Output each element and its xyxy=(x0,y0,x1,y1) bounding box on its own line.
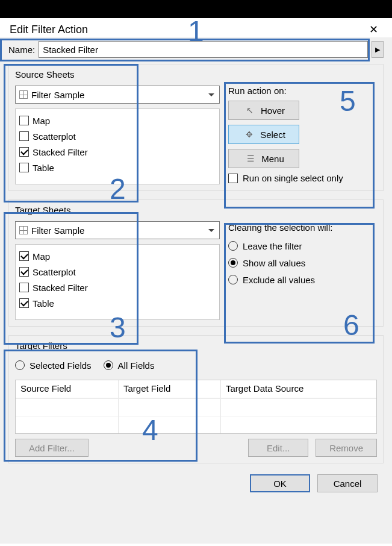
clearing-label: Clearing the selection will: xyxy=(228,222,377,233)
button-label: Hover xyxy=(261,105,285,116)
list-item[interactable]: Scatterplot xyxy=(19,128,216,144)
target-filters-title: Target Filters xyxy=(15,340,377,351)
radio-label: Show all values xyxy=(243,258,305,268)
radio-label: Selected Fields xyxy=(30,360,92,371)
radio-label: Leave the filter xyxy=(243,241,302,251)
dialog-title: Edit Filter Action xyxy=(10,24,88,36)
menu-icon: ☰ xyxy=(246,154,255,163)
checkbox[interactable] xyxy=(19,251,29,261)
checkbox[interactable] xyxy=(19,147,29,157)
list-item[interactable]: Table xyxy=(19,295,216,311)
list-item-label: Scatterplot xyxy=(33,267,76,277)
name-input[interactable] xyxy=(39,41,368,58)
name-menu-button[interactable]: ▶ xyxy=(372,41,384,58)
cancel-button[interactable]: Cancel xyxy=(317,474,378,492)
close-icon[interactable]: ✕ xyxy=(364,23,382,36)
single-select-label: Run on single select only xyxy=(243,173,343,183)
checkbox[interactable] xyxy=(19,116,29,125)
table-cell[interactable] xyxy=(220,416,376,433)
list-item[interactable]: Map xyxy=(19,113,216,128)
list-item-label: Map xyxy=(33,251,50,262)
source-sheets-title: Source Sheets xyxy=(15,69,377,80)
list-item-label: Stacked Filter xyxy=(33,283,88,293)
cursor-select-icon: ✥ xyxy=(244,130,254,139)
source-workbook-value: Filter Sample xyxy=(31,90,206,100)
list-item-label: Scatterplot xyxy=(33,131,76,142)
run-select-button[interactable]: ✥ Select xyxy=(228,125,299,144)
radio[interactable] xyxy=(104,360,113,370)
chevron-down-icon xyxy=(208,93,214,96)
add-filter-button[interactable]: Add Filter... xyxy=(15,439,89,457)
target-sheets-title: Target Sheets xyxy=(15,205,377,215)
radio-label: Exclude all values xyxy=(243,275,315,285)
run-hover-button[interactable]: ↖ Hover xyxy=(228,101,299,120)
checkbox[interactable] xyxy=(19,298,29,308)
clearing-showall-radio[interactable]: Show all values xyxy=(228,254,377,271)
checkbox[interactable] xyxy=(19,267,29,277)
list-item-label: Table xyxy=(33,298,54,309)
edit-filter-button[interactable]: Edit... xyxy=(248,439,308,457)
target-filters-table[interactable]: Source Field Target Field Target Data So… xyxy=(15,380,377,434)
radio[interactable] xyxy=(228,275,238,284)
table-cell[interactable] xyxy=(220,398,376,416)
sheet-icon xyxy=(19,226,28,234)
radio[interactable] xyxy=(228,241,238,251)
list-item[interactable]: Stacked Filter xyxy=(19,144,216,160)
remove-filter-button[interactable]: Remove xyxy=(316,439,377,457)
ok-button[interactable]: OK xyxy=(250,474,310,492)
chevron-down-icon xyxy=(208,229,214,232)
list-item[interactable]: Map xyxy=(19,248,216,264)
clearing-leave-radio[interactable]: Leave the filter xyxy=(228,237,377,254)
list-item-label: Map xyxy=(33,116,50,126)
table-cell[interactable] xyxy=(118,416,220,433)
button-label: Select xyxy=(260,130,285,140)
checkbox[interactable] xyxy=(19,163,29,172)
target-workbook-dropdown[interactable]: Filter Sample xyxy=(15,221,220,239)
sheet-icon xyxy=(19,90,28,99)
run-action-label: Run action on: xyxy=(228,86,377,96)
checkbox[interactable] xyxy=(19,283,29,292)
run-menu-button[interactable]: ☰ Menu xyxy=(228,149,299,168)
col-source-field[interactable]: Source Field xyxy=(16,380,118,398)
target-workbook-value: Filter Sample xyxy=(31,225,206,236)
list-item-label: Table xyxy=(33,163,54,173)
radio[interactable] xyxy=(15,360,25,370)
clearing-exclude-radio[interactable]: Exclude all values xyxy=(228,271,377,288)
list-item-label: Stacked Filter xyxy=(33,147,88,157)
button-label: Menu xyxy=(261,154,284,164)
table-cell[interactable] xyxy=(16,398,118,416)
name-label: Name: xyxy=(8,45,35,55)
triangle-right-icon: ▶ xyxy=(375,46,380,54)
table-cell[interactable] xyxy=(16,416,118,433)
source-sheet-list[interactable]: Map Scatterplot Stacked Filter Table xyxy=(15,108,220,184)
list-item[interactable]: Stacked Filter xyxy=(19,280,216,295)
col-target-field[interactable]: Target Field xyxy=(118,380,220,398)
checkbox[interactable] xyxy=(19,131,29,141)
table-cell[interactable] xyxy=(118,398,220,416)
selected-fields-radio[interactable]: Selected Fields xyxy=(15,357,92,374)
radio[interactable] xyxy=(228,258,238,268)
col-target-ds[interactable]: Target Data Source xyxy=(220,380,376,398)
source-workbook-dropdown[interactable]: Filter Sample xyxy=(15,86,220,104)
target-sheet-list[interactable]: Map Scatterplot Stacked Filter Table xyxy=(15,244,220,320)
list-item[interactable]: Table xyxy=(19,160,216,175)
single-select-checkbox[interactable] xyxy=(228,174,238,183)
cursor-icon: ↖ xyxy=(245,105,255,115)
list-item[interactable]: Scatterplot xyxy=(19,264,216,280)
radio-label: All Fields xyxy=(118,360,155,371)
all-fields-radio[interactable]: All Fields xyxy=(104,357,155,374)
